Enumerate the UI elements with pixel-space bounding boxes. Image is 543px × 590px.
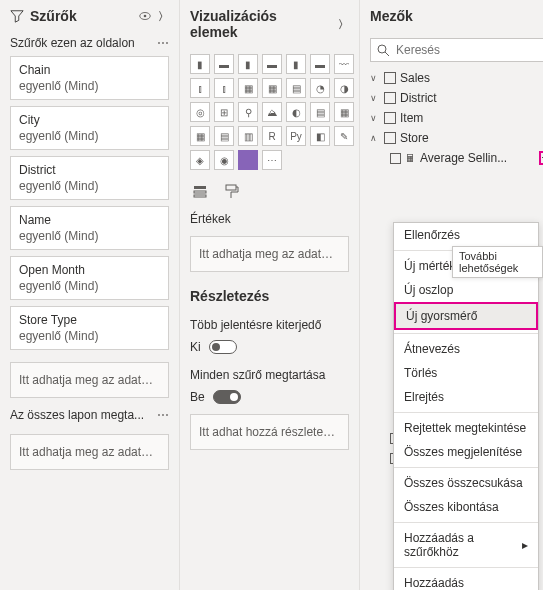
viz-type[interactable]: ▦ (238, 78, 258, 98)
menu-expand-all[interactable]: Összes kibontása (394, 495, 538, 519)
filter-card[interactable]: Districtegyenlő (Mind) (10, 156, 169, 200)
table-icon (384, 72, 396, 84)
keep-filters-label: Minden szűrő megtartása (180, 358, 359, 386)
viz-type[interactable]: ▬ (262, 54, 282, 74)
field-row-average-selling[interactable]: 🖩 Average Sellin... ⋯ (366, 148, 543, 168)
menu-collapse-all[interactable]: Összes összecsukása (394, 471, 538, 495)
eye-icon[interactable] (138, 9, 152, 23)
drill-drop-zone[interactable]: Itt adhat hozzá részletezési... (190, 414, 349, 450)
viz-type[interactable]: ▮ (238, 54, 258, 74)
viz-title: Vizualizációs elemek (190, 8, 326, 40)
table-icon (384, 132, 396, 144)
filters-title: Szűrők (30, 8, 77, 24)
table-row-district[interactable]: ∨District (366, 88, 543, 108)
viz-type[interactable]: ◉ (214, 150, 234, 170)
filter-card[interactable]: Store Typeegyenlő (Mind) (10, 306, 169, 350)
measure-icon: 🖩 (405, 152, 416, 164)
visualizations-pane: Vizualizációs elemek 〉 ▮▬▮▬▮▬〰 ⫿⫿▦▦▤◔◑ ◎… (180, 0, 360, 590)
viz-type[interactable]: ▬ (310, 54, 330, 74)
keep-filters-toggle-row: Be (180, 386, 359, 408)
menu-separator (394, 412, 538, 413)
filter-drop-zone[interactable]: Itt adhatja meg az adatmez... (10, 362, 169, 398)
viz-type[interactable]: ⛰ (262, 102, 282, 122)
menu-view-hidden[interactable]: Rejtettek megtekintése (394, 416, 538, 440)
menu-separator (394, 567, 538, 568)
filter-card[interactable]: Open Monthegyenlő (Mind) (10, 256, 169, 300)
viz-type[interactable]: ⊞ (214, 102, 234, 122)
viz-type[interactable]: ◐ (286, 102, 306, 122)
viz-type[interactable]: Py (286, 126, 306, 146)
filters-pane: Szűrők 〉 Szűrők ezen az oldalon ⋯ Chaine… (0, 0, 180, 590)
menu-check[interactable]: Ellenőrzés (394, 223, 538, 247)
viz-type[interactable]: 〰 (334, 54, 354, 74)
chevron-down-icon: ∨ (370, 113, 380, 123)
viz-type[interactable]: ▮ (286, 54, 306, 74)
viz-type[interactable]: ▤ (310, 102, 330, 122)
viz-type[interactable]: ⫿ (190, 78, 210, 98)
filters-header: Szűrők 〉 (0, 0, 179, 32)
format-tab-button[interactable] (222, 182, 242, 202)
viz-type[interactable]: ✎ (334, 126, 354, 146)
collapse-icon[interactable]: 〉 (158, 9, 169, 24)
viz-type[interactable]: ▦ (334, 102, 354, 122)
viz-type[interactable]: ◧ (310, 126, 330, 146)
filter-drop-zone-all[interactable]: Itt adhatja meg az adatmez... (10, 434, 169, 470)
chevron-up-icon: ∧ (370, 133, 380, 143)
table-row-sales[interactable]: ∨Sales (366, 68, 543, 88)
viz-type[interactable]: ◎ (190, 102, 210, 122)
menu-new-column[interactable]: Új oszlop (394, 278, 538, 302)
values-drop-zone[interactable]: Itt adhatja meg az adatmez... (190, 236, 349, 272)
viz-type[interactable]: ▤ (214, 126, 234, 146)
viz-type[interactable]: ⫿ (214, 78, 234, 98)
cross-report-toggle[interactable] (209, 340, 237, 354)
more-icon[interactable]: ⋯ (157, 36, 169, 50)
filter-card[interactable]: Chainegyenlő (Mind) (10, 56, 169, 100)
viz-type[interactable]: ▥ (238, 126, 258, 146)
fields-search[interactable] (370, 38, 543, 62)
viz-type[interactable]: ▮ (190, 54, 210, 74)
viz-type[interactable]: ◈ (190, 150, 210, 170)
cross-report-toggle-row: Ki (180, 336, 359, 358)
menu-separator (394, 333, 538, 334)
field-more-button[interactable]: ⋯ (539, 151, 543, 165)
table-row-item[interactable]: ∨Item (366, 108, 543, 128)
filters-all-pages-label: Az összes lapon megta... ⋯ (0, 404, 179, 428)
drill-title: Részletezés (180, 278, 359, 308)
viz-type[interactable]: ▦ (190, 126, 210, 146)
checkbox[interactable] (390, 153, 401, 164)
viz-type[interactable]: ⚲ (238, 102, 258, 122)
more-icon[interactable]: ⋯ (157, 408, 169, 422)
keep-filters-toggle[interactable] (213, 390, 241, 404)
menu-delete[interactable]: Törlés (394, 361, 538, 385)
viz-type[interactable]: ◑ (334, 78, 354, 98)
filter-icon (10, 9, 24, 23)
search-input[interactable] (396, 43, 543, 57)
viz-type[interactable]: ⋯ (262, 150, 282, 170)
tooltip-more-options: További lehetőségek (452, 246, 543, 278)
fields-icon (192, 184, 208, 200)
menu-add-filters[interactable]: Hozzáadás a szűrőkhöz▸ (394, 526, 538, 564)
viz-type[interactable]: R (262, 126, 282, 146)
viz-type[interactable]: ◔ (310, 78, 330, 98)
paint-roller-icon (224, 184, 240, 200)
table-row-store[interactable]: ∧Store (366, 128, 543, 148)
filter-card[interactable]: Nameegyenlő (Mind) (10, 206, 169, 250)
menu-hide[interactable]: Elrejtés (394, 385, 538, 409)
menu-quick-measure[interactable]: Új gyorsmérő (394, 302, 538, 330)
menu-show-all[interactable]: Összes megjelenítése (394, 440, 538, 464)
viz-type[interactable]: ▤ (286, 78, 306, 98)
menu-separator (394, 522, 538, 523)
menu-separator (394, 467, 538, 468)
viz-type[interactable]: ▦ (262, 78, 282, 98)
collapse-icon[interactable]: 〉 (338, 17, 349, 32)
svg-rect-3 (194, 191, 206, 193)
cross-report-label: Több jelentésre kiterjedő (180, 308, 359, 336)
filter-card[interactable]: Cityegyenlő (Mind) (10, 106, 169, 150)
menu-rename[interactable]: Átnevezés (394, 337, 538, 361)
search-icon (377, 44, 390, 57)
viz-type[interactable] (238, 150, 258, 170)
fields-tab-button[interactable] (190, 182, 210, 202)
viz-type[interactable]: ▬ (214, 54, 234, 74)
menu-add-drill[interactable]: Hozzáadás részletezéshez (394, 571, 538, 590)
fields-header: Mezők 〉 (360, 0, 543, 32)
